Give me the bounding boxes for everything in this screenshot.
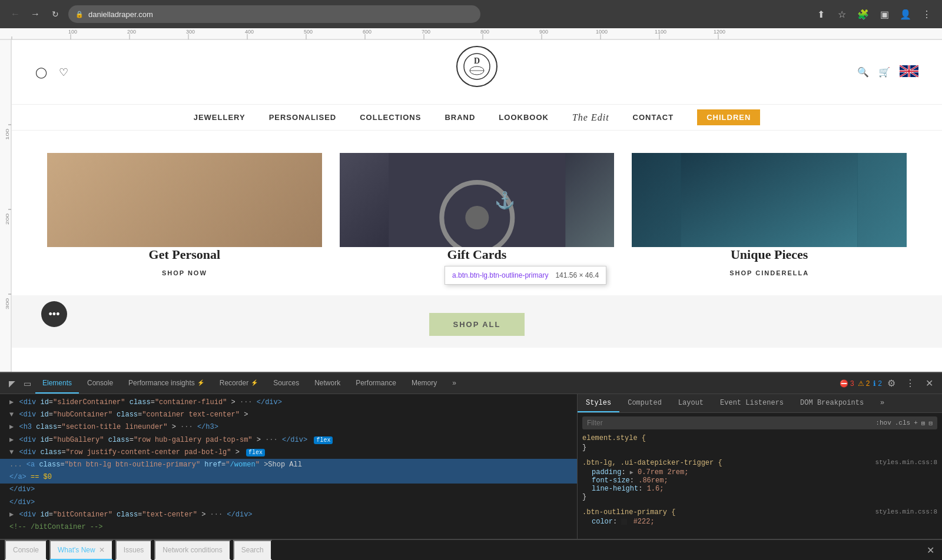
svg-rect-55 <box>681 153 858 247</box>
expand-triangle[interactable]: ▶ <box>630 469 633 476</box>
styles-tab-styles[interactable]: Styles <box>578 394 619 412</box>
warning-count[interactable]: ⚠ 2 <box>858 379 870 388</box>
devtools-settings[interactable]: ⚙ <box>883 375 900 392</box>
status-badges: ⛔ 3 ⚠ 2 ℹ 2 <box>840 379 882 388</box>
nav-the-edit[interactable]: The Edit <box>572 112 609 123</box>
extensions-button[interactable]: 🧩 <box>855 6 871 22</box>
refresh-button[interactable]: ↻ <box>47 6 64 22</box>
performance-insights-icon: ⚡ <box>197 379 204 386</box>
uk-flag-icon[interactable] <box>900 65 918 79</box>
account-icon[interactable]: ◯ <box>35 66 47 79</box>
footer-tab-network-conditions[interactable]: Network conditions <box>154 540 230 560</box>
filter-input[interactable] <box>587 419 871 427</box>
profile-button[interactable]: 👤 <box>897 6 914 22</box>
devtools-more-options[interactable]: ⋮ <box>902 375 918 392</box>
devtools-tab-elements[interactable]: Elements <box>35 373 79 394</box>
error-count[interactable]: ⛔ 3 <box>840 379 854 388</box>
styles-tab-dom-breakpoints[interactable]: DOM Breakpoints <box>792 394 872 412</box>
info-count[interactable]: ℹ 2 <box>873 379 882 388</box>
devtools-tab-memory[interactable]: Memory <box>404 373 444 394</box>
devtools-tab-performance[interactable]: Performance <box>349 373 403 394</box>
styles-tab-layout[interactable]: Layout <box>670 394 712 412</box>
share-button[interactable]: ⬆ <box>812 6 829 22</box>
toggle-style-button[interactable]: ⊟ <box>928 419 933 427</box>
search-icon[interactable]: 🔍 <box>857 66 869 78</box>
css-rule-btn-lg: .btn-lg, .ui-datepicker-trigger { styles… <box>582 459 937 501</box>
product-image-unique-pieces <box>632 153 907 247</box>
site-header-left: ◯ ♡ <box>35 66 68 79</box>
svg-text:500: 500 <box>304 29 313 35</box>
product-link-unique-pieces[interactable]: SHOP CINDERELLA <box>729 269 809 276</box>
chat-button[interactable]: ••• <box>41 301 67 327</box>
devtools-panel: ▶ <div id="sliderContainer" class="conta… <box>0 394 942 546</box>
nav-contact[interactable]: CONTACT <box>633 113 674 122</box>
devtools-tab-console[interactable]: Console <box>80 373 120 394</box>
url-text: danielladraper.com <box>88 10 153 19</box>
footer-close-button[interactable]: ✕ <box>923 543 937 557</box>
footer-tab-console[interactable]: Console <box>5 540 47 560</box>
bookmark-button[interactable]: ☆ <box>834 6 850 22</box>
devtools-tab-sources[interactable]: Sources <box>266 373 306 394</box>
add-style-button[interactable]: + <box>914 419 918 426</box>
devtools-tab-performance-insights[interactable]: Performance insights ⚡ <box>121 373 211 394</box>
nav-jewellery[interactable]: JEWELLERY <box>194 113 246 122</box>
css-selector-btn-lg: .btn-lg, .ui-datepicker-trigger { <box>582 459 722 467</box>
nav-collections[interactable]: COLLECTIONS <box>360 113 421 122</box>
devtools-tab-recorder[interactable]: Recorder ⚡ <box>213 373 265 394</box>
devtools-tab-more[interactable]: » <box>445 373 463 394</box>
copy-style-button[interactable]: ⊞ <box>921 419 926 427</box>
cls-button[interactable]: .cls <box>895 419 910 426</box>
back-button[interactable]: ← <box>7 6 24 22</box>
styles-tab-more[interactable]: » <box>872 394 893 412</box>
footer-tab-close[interactable]: ✕ <box>99 546 105 554</box>
wishlist-icon[interactable]: ♡ <box>59 66 68 79</box>
ruler-top: 100 200 300 400 500 600 700 800 900 1000… <box>0 28 942 40</box>
css-selector-element-style: element.style { <box>582 434 937 442</box>
footer-tab-search[interactable]: Search <box>233 540 272 560</box>
css-rule-btn-outline-primary: .btn-outline-primary { styles.min.css:8 … <box>582 508 937 526</box>
recorder-icon: ⚡ <box>251 379 258 386</box>
styles-tab-computed[interactable]: Computed <box>619 394 670 412</box>
inspect-toggle[interactable]: ◤ <box>5 376 19 391</box>
svg-text:1200: 1200 <box>714 29 725 35</box>
shop-all-button[interactable]: SHOP ALL <box>429 313 524 336</box>
hov-button[interactable]: :hov <box>875 419 891 426</box>
product-title-unique-pieces: Unique Pieces <box>632 247 907 262</box>
devtools-right-icons: ⚙ ⋮ ✕ <box>883 375 937 392</box>
device-toggle[interactable]: ▭ <box>20 376 34 391</box>
svg-text:1100: 1100 <box>655 29 666 35</box>
styles-tab-event-listeners[interactable]: Event Listeners <box>712 394 792 412</box>
layout-button[interactable]: ▣ <box>876 6 893 22</box>
forward-button[interactable]: → <box>27 6 44 22</box>
site-header-right: 🔍 🛒 <box>857 65 918 79</box>
cart-icon[interactable]: 🛒 <box>878 66 890 78</box>
element-tooltip: a.btn.btn-lg.btn-outline-primary 141.56 … <box>445 266 606 285</box>
ruler-svg: 100 200 300 400 500 600 700 800 900 1000… <box>0 28 942 40</box>
nav-lookbook[interactable]: LOOKBOOK <box>499 113 549 122</box>
product-image-gift-cards: ⚓ <box>340 153 615 247</box>
svg-rect-50 <box>389 153 565 247</box>
product-link-get-personal[interactable]: SHOP NOW <box>162 269 207 276</box>
tooltip-size: 141.56 × 46.4 <box>555 271 599 279</box>
nav-children[interactable]: CHILDREN <box>697 109 760 125</box>
chat-icon: ••• <box>49 308 60 321</box>
devtools-tab-network[interactable]: Network <box>307 373 347 394</box>
nav-brand[interactable]: BRAND <box>445 113 475 122</box>
footer-tab-issues[interactable]: Issues <box>115 540 152 560</box>
browser-actions: ⬆ ☆ 🧩 ▣ 👤 ⋮ <box>812 6 935 22</box>
html-line-3: ▶ <h3 class="section-title lineunder" > … <box>0 421 577 434</box>
css-origin-btn-outline: styles.min.css:8 <box>875 508 937 518</box>
nav-personalised[interactable]: PERSONALISED <box>269 113 337 122</box>
address-bar[interactable]: 🔒 danielladraper.com <box>68 5 480 23</box>
devtools-close[interactable]: ✕ <box>921 375 937 392</box>
browser-chrome: ← → ↻ 🔒 danielladraper.com ⬆ ☆ 🧩 ▣ 👤 ⋮ <box>0 0 942 28</box>
elements-panel: ▶ <div id="sliderContainer" class="conta… <box>0 394 577 546</box>
site-logo[interactable]: D <box>456 46 497 87</box>
menu-button[interactable]: ⋮ <box>918 6 935 22</box>
footer-tab-whats-new[interactable]: What's New ✕ <box>49 540 113 560</box>
filter-bar: :hov .cls + ⊞ ⊟ <box>582 416 937 429</box>
devtools: ◤ ▭ Elements Console Performance insight… <box>0 372 942 560</box>
html-line-6[interactable]: ... <a class="btn btn-lg btn-outline-pri… <box>0 459 577 471</box>
svg-text:400: 400 <box>245 29 254 35</box>
color-swatch <box>621 519 627 525</box>
